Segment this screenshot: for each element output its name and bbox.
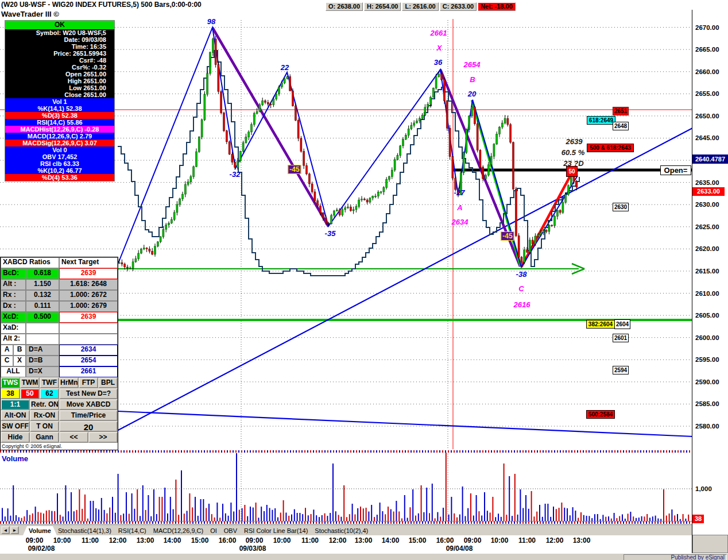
indicator-row: MACD(12,26,9,C) 2.79 (5, 133, 114, 140)
time-tick-label: 12:00 (546, 536, 564, 544)
date-label: 09/02/08 (28, 544, 55, 553)
tab-scroll-left-button[interactable]: ◄ (1, 526, 10, 534)
axis-tick-label: 2580.00 (695, 423, 719, 430)
watermark-label: WaveTrader III © (1, 10, 59, 18)
button-alt-on[interactable]: Alt-ON (1, 410, 30, 421)
xabcd-cell: Dx : (1, 301, 26, 312)
tab-stochastic-10-2-4-[interactable]: Stochastic(10(2),4) (309, 526, 374, 535)
info-row: Open 2651.00 (5, 71, 114, 78)
time-tick-label: 10:00 (491, 536, 509, 544)
button-twm[interactable]: TWM (20, 377, 40, 388)
indicator-row: OBV 17,452 (5, 153, 114, 160)
button-50[interactable]: 50 (20, 388, 40, 399)
quote-info-panel: OK Symbol: W20 U8-WSF,5Date: 09/03/08Tim… (5, 20, 115, 181)
title-bar: (W20 U8-WSF - WIG20 INDEX FUTURES,5) 500… (0, 0, 728, 10)
button-hrmn[interactable]: HrMn (59, 377, 79, 388)
xabcd-cell: Rx : (1, 290, 26, 301)
tab-rsi-14-c-[interactable]: RSI(14,C) (113, 526, 152, 535)
time-tick-label: 15:00 (191, 536, 209, 544)
xabcd-cell: 2634 (59, 345, 118, 356)
xabcd-cell: 2661 (59, 366, 118, 377)
xabcd-cell: C (1, 356, 13, 366)
volume-bars (2, 452, 689, 521)
date-label: 09/04/08 (446, 544, 473, 553)
trend-line (115, 128, 694, 432)
info-row: Time: 16:35 (5, 43, 114, 50)
tab-volume[interactable]: Volume (23, 526, 57, 535)
button-sw-off[interactable]: SW OFF (1, 421, 30, 432)
time-tick-label: 10:00 (53, 536, 71, 544)
rsi-color-bar-bottom (0, 522, 692, 524)
tab-stochastic-14-1-3-[interactable]: Stochastic(14(1),3) (52, 526, 117, 535)
button-gann[interactable]: Gann (30, 432, 59, 443)
ohlc-field-L: L: 2616.00 (402, 2, 438, 11)
button-move-xabcd[interactable]: Move XABCD (59, 399, 118, 410)
indicator-row: %K(10,2) 46.77 (5, 167, 114, 174)
button-tws[interactable]: TWS (1, 377, 20, 388)
xabcd-cell: XaD: (1, 323, 26, 334)
time-tick-label: 12:00 (109, 536, 127, 544)
info-row: Close 2651.00 (5, 91, 114, 98)
button--[interactable]: >> (88, 432, 118, 443)
xabcd-cell: 1.000: 2679 (59, 301, 118, 312)
xabcd-cell: 1.150 (26, 279, 59, 290)
trend-line (521, 173, 572, 267)
time-tick-label: 13:00 (573, 536, 591, 544)
volume-axis-label: 1,000 (695, 485, 712, 492)
indicator-row: RSI clb 63.33 (5, 160, 114, 167)
button-retr-on[interactable]: Retr. ON (30, 399, 59, 410)
button-38[interactable]: 38 (1, 388, 20, 399)
button-hide[interactable]: Hide (1, 432, 30, 443)
indicator-tab-bar: ◄ ► VolumeStochastic(14(1),3)RSI(14,C)MA… (0, 524, 692, 535)
axis-tick-label: 2645.00 (695, 134, 719, 141)
axis-tick-label: 2595.00 (695, 356, 719, 363)
axis-tick-label: 2670.00 (695, 24, 719, 31)
time-tick-label: 10:00 (273, 536, 291, 544)
time-tick-label: 13:00 (355, 536, 373, 544)
button-20[interactable]: 20 (59, 421, 118, 432)
rsi-color-bar-top (0, 450, 692, 453)
time-tick-label: 14:00 (382, 536, 400, 544)
indicator-row: %K(14,1) 52.38 (5, 105, 114, 112)
axis-price-badge: 38 (692, 515, 704, 523)
tab-macd-12-26-9-c-[interactable]: MACD(12,26,9,C) (148, 526, 209, 535)
time-tick-label: 11:00 (82, 536, 99, 544)
button-time-price[interactable]: Time/Price (59, 410, 118, 421)
axis-tick-label: 2585.00 (695, 400, 719, 407)
indicator-row: Vol 0 (5, 146, 114, 153)
button-bpl[interactable]: BPL (98, 377, 118, 388)
axis-tick-label: 2655.00 (695, 90, 719, 97)
tab-rsi-color-line-bar-14-[interactable]: RSI Color Line Bar(14) (238, 526, 313, 535)
xabcd-cell: Next Target (59, 257, 118, 268)
button-t-on[interactable]: T ON (30, 421, 59, 432)
volume-chart[interactable] (0, 453, 692, 522)
xabcd-cell (59, 323, 118, 334)
time-tick-label: 14:00 (164, 536, 181, 544)
button--[interactable]: << (59, 432, 88, 443)
button-twf[interactable]: TWF (40, 377, 59, 388)
axis-tick-label: 2665.00 (695, 46, 719, 53)
axis-tick-label: 2650.00 (695, 113, 719, 119)
indicator-row: %D(3) 52.38 (5, 112, 114, 119)
xabcd-cell: BcD: (1, 268, 26, 279)
ohlc-field-C: C: 2633.00 (440, 2, 477, 11)
price-axis[interactable]: 2675.002670.002665.002660.002655.002650.… (692, 0, 728, 560)
chart-title: (W20 U8-WSF - WIG20 INDEX FUTURES,5) 500… (1, 1, 202, 9)
ok-status-header[interactable]: OK (5, 21, 114, 29)
button-62[interactable]: 62 (40, 388, 59, 399)
time-tick-label: 15:00 (409, 536, 427, 544)
xabcd-cell (26, 323, 59, 334)
xabcd-cell: 0.132 (26, 290, 59, 301)
xabcd-cell: D=A (26, 345, 59, 356)
axis-tick-label: 2610.00 (695, 290, 719, 297)
button-1-1[interactable]: 1:1 (1, 399, 30, 410)
time-tick-label: 12:00 (329, 536, 347, 544)
button-test-new-d-[interactable]: Test New D=? (59, 388, 118, 399)
button-rx-on[interactable]: Rx-ON (30, 410, 59, 421)
tab-scroll-right-button[interactable]: ► (10, 526, 19, 534)
xabcd-cell: Alt 2: (1, 334, 26, 345)
date-label: 09/03/08 (239, 544, 266, 553)
axis-tick-label: 2660.00 (695, 68, 719, 75)
button-ftp[interactable]: FTP (79, 377, 98, 388)
xabcd-cell: D=X (26, 366, 59, 377)
